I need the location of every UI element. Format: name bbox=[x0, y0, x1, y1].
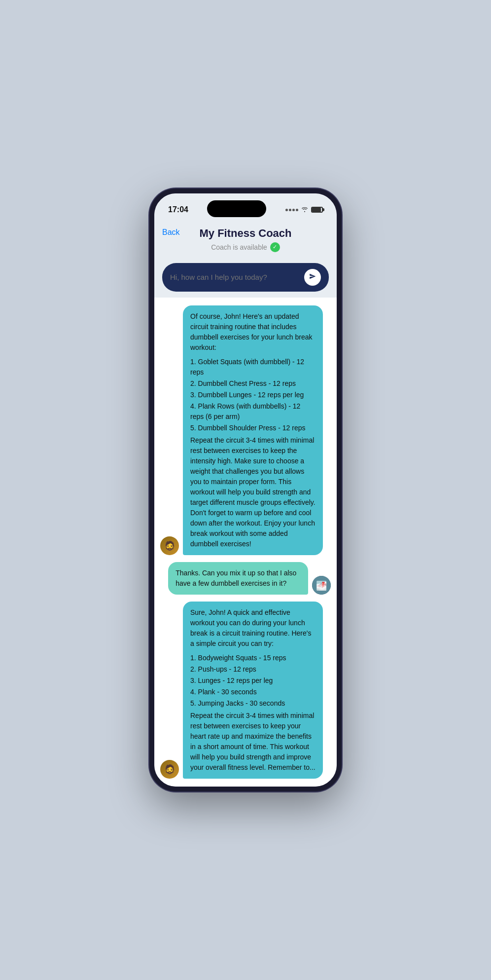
avatar: 🧔 bbox=[160, 760, 179, 779]
message-row: 🧔 Sure, John! A quick and effective work… bbox=[160, 602, 331, 779]
status-icons bbox=[285, 206, 323, 214]
exercise-list: 1. Goblet Squats (with dumbbell) - 12 re… bbox=[190, 357, 316, 433]
phone-frame: 17:04 Back bbox=[149, 188, 342, 791]
status-badge: ✓ bbox=[270, 242, 280, 252]
bubble-text: Sure, John! A quick and effective workou… bbox=[190, 607, 316, 649]
exercise-item: 3. Lunges - 12 reps per leg bbox=[190, 676, 316, 686]
back-button[interactable]: Back bbox=[162, 228, 180, 237]
chat-input[interactable] bbox=[170, 273, 299, 281]
signal-dots bbox=[285, 209, 298, 211]
exercise-item: 5. Dumbbell Shoulder Press - 12 reps bbox=[190, 423, 316, 433]
status-time: 17:04 bbox=[168, 205, 188, 214]
signal-dot-3 bbox=[292, 209, 295, 211]
bubble-text: Of course, John! Here's an updated circu… bbox=[190, 311, 316, 353]
avatar: 🧔 bbox=[160, 536, 179, 555]
coach-status-row: Coach is available ✓ bbox=[162, 242, 329, 252]
input-wrapper bbox=[162, 263, 329, 292]
signal-dot-4 bbox=[296, 209, 298, 211]
exercise-item: 1. Bodyweight Squats - 15 reps bbox=[190, 653, 316, 663]
coach-status-text: Coach is available bbox=[211, 243, 267, 251]
signal-dot-1 bbox=[285, 209, 288, 211]
exercise-item: 4. Plank - 30 seconds bbox=[190, 687, 316, 697]
battery-icon bbox=[311, 207, 323, 213]
exercise-item: 3. Dumbbell Lunges - 12 reps per leg bbox=[190, 390, 316, 400]
exercise-item: 1. Goblet Squats (with dumbbell) - 12 re… bbox=[190, 357, 316, 377]
user-bubble: Thanks. Can you mix it up so that I also… bbox=[168, 562, 308, 595]
exercise-item: 2. Dumbbell Chest Press - 12 reps bbox=[190, 378, 316, 389]
coach-bubble: Sure, John! A quick and effective workou… bbox=[183, 602, 323, 779]
chat-area: 🧔 Of course, John! Here's an updated cir… bbox=[154, 298, 337, 787]
signal-dot-2 bbox=[289, 209, 291, 211]
bubble-text: Thanks. Can you mix it up so that I also… bbox=[175, 568, 301, 589]
coach-bubble: Of course, John! Here's an updated circu… bbox=[183, 305, 323, 555]
wifi-icon bbox=[301, 206, 309, 214]
message-row: 🌁 Thanks. Can you mix it up so that I al… bbox=[160, 562, 331, 595]
send-button[interactable] bbox=[304, 269, 321, 286]
send-icon bbox=[309, 273, 316, 281]
message-row: 🧔 Of course, John! Here's an updated cir… bbox=[160, 305, 331, 555]
app-header: Back My Fitness Coach Coach is available… bbox=[154, 223, 337, 258]
dynamic-island bbox=[207, 200, 266, 217]
bubble-text: Repeat the circuit 3-4 times with minima… bbox=[190, 435, 316, 549]
page-title: My Fitness Coach bbox=[162, 227, 329, 240]
bubble-text: Repeat the circuit 3-4 times with minima… bbox=[190, 711, 316, 773]
exercise-item: 5. Jumping Jacks - 30 seconds bbox=[190, 698, 316, 709]
checkmark-icon: ✓ bbox=[273, 244, 277, 250]
input-area bbox=[154, 258, 337, 298]
exercise-item: 4. Plank Rows (with dumbbells) - 12 reps… bbox=[190, 401, 316, 422]
avatar: 🌁 bbox=[312, 576, 331, 595]
svg-text:🌁: 🌁 bbox=[316, 580, 327, 591]
status-bar: 17:04 bbox=[154, 193, 337, 223]
battery-fill bbox=[312, 208, 321, 212]
exercise-list: 1. Bodyweight Squats - 15 reps 2. Push-u… bbox=[190, 653, 316, 709]
exercise-item: 2. Push-ups - 12 reps bbox=[190, 664, 316, 675]
